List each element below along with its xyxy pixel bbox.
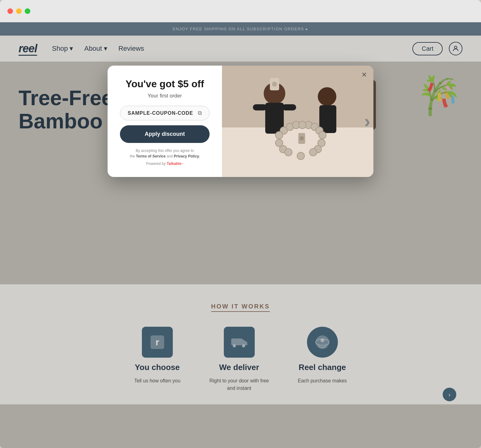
popup-left-panel: You've got $5 off Your first order SAMPL…	[108, 66, 222, 177]
popup-title: You've got $5 off	[126, 78, 204, 90]
powered-by: Powered by Talkable~	[146, 162, 184, 166]
popup-image-placeholder: ›	[222, 66, 373, 177]
popup-right-image: › ✕	[222, 66, 373, 177]
browser-chrome	[0, 0, 481, 22]
minimize-button-tl[interactable]	[16, 8, 22, 14]
svg-point-30	[300, 136, 304, 140]
svg-rect-8	[282, 104, 296, 110]
discount-popup: You've got $5 off Your first order SAMPL…	[108, 66, 373, 177]
copy-icon[interactable]: ⧉	[198, 110, 202, 116]
svg-point-22	[319, 131, 326, 139]
close-button-tl[interactable]	[7, 8, 13, 14]
svg-text:›: ›	[364, 111, 370, 131]
svg-point-25	[299, 121, 306, 129]
coupon-code-box: SAMPLE-COUPON-CODE ⧉	[120, 106, 210, 120]
svg-rect-4	[222, 127, 373, 177]
popup-close-button[interactable]: ✕	[359, 70, 369, 80]
svg-point-28	[297, 152, 304, 160]
terms-of-service-link[interactable]: Terms of Service	[136, 154, 166, 158]
popup-subtitle: Your first order	[148, 93, 182, 99]
popup-terms: By accepting this offer you agree to the…	[130, 148, 200, 159]
svg-point-12	[272, 82, 277, 87]
svg-point-19	[275, 131, 283, 139]
svg-point-27	[309, 149, 317, 156]
svg-point-26	[285, 149, 292, 156]
maximize-button-tl[interactable]	[25, 8, 30, 14]
apply-discount-button[interactable]: Apply discount	[120, 125, 210, 143]
traffic-lights	[7, 8, 30, 14]
svg-point-9	[318, 87, 336, 106]
talkable-brand: Talkable	[167, 162, 181, 166]
svg-rect-7	[253, 104, 267, 110]
coupon-code-text: SAMPLE-COUPON-CODE	[128, 110, 193, 116]
page: ENJOY FREE SHIPPING ON ALL SUBSCRIPTION …	[0, 22, 481, 448]
privacy-policy-link[interactable]: Privacy Policy.	[174, 154, 200, 158]
